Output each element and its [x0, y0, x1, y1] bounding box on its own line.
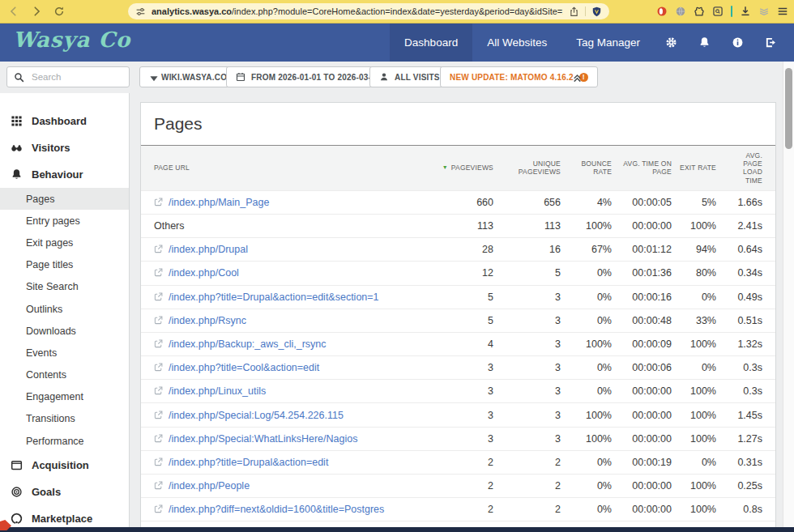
search-input[interactable]: [30, 71, 122, 83]
unique_pageviews-cell: 2: [496, 450, 563, 474]
page-url-link[interactable]: /index.php/Linux_utils: [169, 385, 266, 397]
page-url-link[interactable]: /index.php/Cool: [169, 267, 239, 279]
search-box[interactable]: [6, 66, 130, 87]
sidebar-item-pages[interactable]: Pages: [0, 188, 129, 210]
info-icon[interactable]: [721, 23, 754, 62]
downloads-icon[interactable]: [740, 6, 751, 17]
site-permissions-icon[interactable]: [135, 6, 146, 17]
main-content: Pages PAGE URL▼PAGEVIEWSUNIQUE PAGEVIEWS…: [130, 93, 794, 532]
sidebar-item-engagement[interactable]: Engagement: [0, 386, 129, 408]
table-row[interactable]: /index.php/Drupal281667%00:01:1294%0.64s: [141, 238, 775, 262]
external-link-icon[interactable]: [154, 198, 163, 206]
external-link-icon[interactable]: [154, 411, 163, 419]
extension-stack-icon[interactable]: [758, 6, 770, 17]
external-link-icon[interactable]: [154, 504, 163, 513]
table-row[interactable]: /index.php?title=Drupal&action=edit&sect…: [141, 285, 775, 309]
table-row[interactable]: /index.php?title=Drupal&action=edit220%0…: [141, 450, 775, 474]
scrollbar-thumb[interactable]: [785, 68, 792, 149]
sidebar-item-outlinks[interactable]: Outlinks: [0, 298, 129, 320]
page-url-cell: /index.php?title=Drupal&action=edit&sect…: [141, 285, 433, 309]
scrollbar-track[interactable]: [783, 62, 794, 527]
page-url-link[interactable]: /index.php?title=Drupal&action=edit&sect…: [169, 292, 379, 303]
external-link-icon[interactable]: [154, 339, 163, 348]
page-url-link[interactable]: /index.php/Rsync: [169, 315, 246, 326]
search-icon: [14, 72, 24, 83]
collapse-icon[interactable]: [572, 71, 583, 82]
table-row[interactable]: /index.php/Special:WhatLinksHere/Nagios3…: [141, 427, 775, 450]
page-url-link[interactable]: /index.php/Special:WhatLinksHere/Nagios: [169, 433, 357, 445]
segment-selector[interactable]: ALL VISITS: [369, 66, 450, 87]
table-row[interactable]: /index.php/People220%00:00:00100%0.25s: [141, 475, 775, 498]
column-header-bounce-rate[interactable]: BOUNCE RATE: [563, 146, 614, 191]
reload-icon[interactable]: [53, 6, 65, 17]
page-url-link[interactable]: /index.php/Drupal: [169, 244, 248, 255]
nav-all-websites[interactable]: All Websites: [472, 23, 561, 62]
extension-globe-icon[interactable]: [675, 6, 686, 17]
external-link-icon[interactable]: [154, 268, 163, 277]
sidebar-item-events[interactable]: Events: [0, 342, 129, 364]
table-row[interactable]: /index.php/Linux_utils330%00:00:00100%0.…: [141, 380, 775, 403]
table-row[interactable]: /index.php/Rsync530%00:00:4833%0.51s: [141, 309, 775, 332]
page-url-link[interactable]: /index.php?diff=next&oldid=1600&title=Po…: [169, 504, 384, 515]
sidebar-item-transitions[interactable]: Transitions: [0, 408, 129, 430]
column-header-exit-rate[interactable]: EXIT RATE: [674, 146, 719, 191]
external-link-icon[interactable]: [154, 245, 163, 253]
share-icon[interactable]: [569, 6, 579, 17]
forward-icon[interactable]: [31, 6, 42, 17]
page-url-link[interactable]: /index.php?title=Cool&action=edit: [169, 362, 319, 373]
sidebar-item-site-search[interactable]: Site Search: [0, 276, 129, 298]
page-url-link[interactable]: /index.php/People: [169, 480, 250, 492]
column-header-avg-page-load-time[interactable]: AVG. PAGE LOAD TIME: [719, 146, 775, 191]
page-url-link[interactable]: /index.php/Backup:_aws_cli,_rsync: [169, 338, 327, 350]
sidebar-item-marketplace[interactable]: Marketplace: [0, 505, 129, 527]
extension-red-icon[interactable]: [656, 6, 668, 17]
site-selector[interactable]: WIKI.WASYA.CO: [139, 66, 237, 87]
sidebar-item-goals[interactable]: Goals: [0, 479, 129, 505]
sidebar-item-page-titles[interactable]: Page titles: [0, 254, 129, 276]
menu-icon[interactable]: [777, 6, 788, 17]
external-link-icon[interactable]: [154, 363, 163, 372]
address-bar[interactable]: analytics.wasya.co/index.php?module=Core…: [128, 3, 609, 19]
shield-badge-icon[interactable]: [591, 6, 602, 17]
extension-cat-icon[interactable]: [694, 6, 705, 17]
page-url-link[interactable]: /index.php?title=Drupal&action=edit: [169, 457, 328, 468]
external-link-icon[interactable]: [154, 434, 163, 443]
sidebar-item-visitors[interactable]: Visitors: [0, 134, 129, 161]
column-header-avg-time-on-page[interactable]: AVG. TIME ON PAGE: [614, 146, 674, 191]
sidebar-item-behaviour[interactable]: Behaviour: [0, 161, 129, 188]
bell-icon[interactable]: [688, 23, 721, 62]
external-link-icon[interactable]: [154, 386, 163, 395]
gear-icon[interactable]: [655, 23, 688, 62]
external-link-icon[interactable]: [154, 481, 163, 490]
table-row[interactable]: /index.php/Backup:_aws_cli,_rsync43100%0…: [141, 332, 775, 355]
sidebar-item-downloads[interactable]: Downloads: [0, 320, 129, 342]
extension-container-icon[interactable]: [712, 6, 724, 17]
sidebar-item-dashboard[interactable]: Dashboard: [0, 108, 129, 134]
column-header-unique-pageviews[interactable]: UNIQUE PAGEVIEWS: [496, 146, 563, 191]
nav-tag-manager[interactable]: Tag Manager: [561, 23, 655, 62]
table-row[interactable]: /index.php/Main_Page6606564%00:00:055%1.…: [141, 190, 775, 214]
table-row[interactable]: /index.php?diff=next&oldid=1600&title=Po…: [141, 498, 775, 521]
signout-icon[interactable]: [754, 23, 788, 62]
sidebar-item-exit-pages[interactable]: Exit pages: [0, 232, 129, 253]
external-link-icon[interactable]: [154, 458, 163, 466]
table-row[interactable]: /index.php/Cool1250%00:01:3680%0.34s: [141, 262, 775, 285]
sidebar-item-performance[interactable]: Performance: [0, 430, 129, 452]
page-url-link[interactable]: /index.php/Main_Page: [169, 197, 269, 208]
table-row[interactable]: Others113113100%00:00:00100%2.41s: [141, 214, 775, 237]
logo[interactable]: Wasya Co: [13, 28, 130, 52]
nav-dashboard[interactable]: Dashboard: [390, 23, 472, 62]
column-header-page-url[interactable]: PAGE URL: [141, 146, 433, 191]
external-link-icon[interactable]: [154, 292, 163, 301]
date-range-selector[interactable]: FROM 2026-01-01 TO 2026-03-03: [226, 66, 391, 87]
column-label: BOUNCE RATE: [566, 160, 612, 176]
back-icon[interactable]: [8, 6, 19, 17]
sidebar-item-entry-pages[interactable]: Entry pages: [0, 210, 129, 232]
page-url-link[interactable]: /index.php/Special:Log/54.254.226.115: [169, 410, 344, 421]
external-link-icon[interactable]: [154, 316, 163, 325]
sidebar-item-contents[interactable]: Contents: [0, 364, 129, 386]
table-row[interactable]: /index.php?title=Cool&action=edit330%00:…: [141, 356, 775, 380]
column-header-pageviews[interactable]: ▼PAGEVIEWS: [433, 146, 496, 191]
sidebar-item-acquisition[interactable]: Acquisition: [0, 452, 129, 479]
table-row[interactable]: /index.php/Special:Log/54.254.226.115331…: [141, 403, 775, 427]
